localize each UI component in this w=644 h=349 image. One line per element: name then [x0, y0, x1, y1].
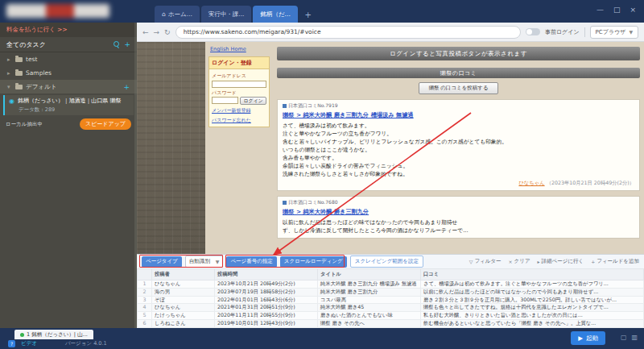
- refresh-icon[interactable]: ↻: [164, 28, 171, 36]
- review-body-line: 洗練された獺祭らしさと若々しさが印象的ですね。: [283, 170, 634, 178]
- running-indicator-icon: [20, 333, 24, 337]
- filter-button[interactable]: ▽ フィルター: [469, 258, 502, 265]
- tab-task-label: 銘柄（だ...: [260, 10, 290, 19]
- review-card-2: 日本酒口コミNo.7680 獺祭 > 純米大吟醸 磨き三割九分 以前に飲んだ品は…: [277, 196, 640, 239]
- chevron-down-icon: ▼: [629, 29, 633, 35]
- tab-home-label: ホーム...: [168, 10, 192, 19]
- tab-home[interactable]: ⌂ ホーム...: [155, 6, 200, 23]
- login-notice-banner: ログインすると写真投稿ボタンが表示されます: [277, 47, 640, 60]
- register-link[interactable]: メンバー新規登録: [212, 107, 266, 114]
- pre-login-label: 事前ログイン: [545, 28, 580, 36]
- clear-button[interactable]: × クリア: [509, 258, 530, 265]
- table-row[interactable]: 4 ひなちゃん 2021年01月31日 20時51分(9分) 純米大吟醸 磨き4…: [138, 304, 644, 312]
- clear-icon: ×: [509, 259, 513, 264]
- status-bar: 1 銘柄（だっさい）| 山... ? ビデオ バージョン 4.0.1 ▶ 起動 …: [0, 328, 644, 349]
- maximize-icon[interactable]: □: [613, 6, 621, 14]
- review-product-link[interactable]: 獺祭 > 純米大吟醸 磨き三割九分: [283, 208, 634, 216]
- table-header-row: 投稿者 投稿時間 タイトル 口コミ: [138, 269, 644, 280]
- column-author[interactable]: 投稿者: [152, 269, 215, 280]
- go-detail-page-button[interactable]: ▸ 詳細ページに行く: [538, 258, 584, 265]
- table-row[interactable]: 5 たけっちゃん 2020年11月11日 20時55分(9分) 磨きぬいた酒のと…: [138, 312, 644, 320]
- task-spider-icon: ◉: [9, 98, 14, 105]
- speed-up-button[interactable]: スピードアップ: [80, 118, 131, 130]
- row-number-header: [138, 269, 152, 280]
- column-title[interactable]: タイトル: [318, 269, 421, 280]
- review-date: （2023年10月21日 20時49分(2分)）: [547, 180, 634, 185]
- divider: [584, 27, 585, 37]
- tab-task-meigara[interactable]: 銘柄（だ...: [253, 6, 297, 23]
- login-box-title: ログイン・登録: [209, 57, 269, 69]
- search-icon[interactable]: [114, 41, 120, 48]
- launch-button[interactable]: ▶ 起動: [571, 331, 605, 345]
- tab-running[interactable]: 実行中・課...: [201, 6, 252, 23]
- review-body-line: 余韻は若々しい炭酸ドライの苦みでフィニッシュ。: [283, 162, 634, 170]
- folder-icon: [15, 71, 23, 76]
- webpage-sidebar: English Home ログイン・登録 メールアドレス パスワード ログイン …: [205, 42, 273, 254]
- chevron-down-icon: ▼: [216, 259, 220, 264]
- review-body-line: 含み香も華やかです。: [283, 154, 634, 162]
- url-input[interactable]: https://www.sakeno.com/meigara/931/#voic…: [175, 26, 521, 39]
- review-body-line: さて、槽場汲みは初めて飲みます。: [283, 122, 634, 130]
- panel-toggle-icon[interactable]: ▥: [631, 334, 638, 341]
- task-item[interactable]: ◉ 銘柄（だっさい）｜旭酒造｜山口県 獺祭 データ数：289: [3, 95, 134, 115]
- folder-icon: [15, 57, 23, 62]
- running-task-label: 1 銘柄（だっさい）| 山...: [27, 331, 88, 339]
- review-author-link[interactable]: ひなちゃん: [518, 180, 544, 185]
- all-tasks-header: 全てのタスク +: [0, 37, 137, 52]
- add-group-icon[interactable]: +: [124, 41, 130, 48]
- url-bar: ← → ↻ https://www.sakeno.com/meigara/931…: [137, 23, 644, 42]
- browser-viewport[interactable]: English Home ログイン・登録 メールアドレス パスワード ログイン …: [137, 42, 644, 254]
- page-type-value: 自動識別: [189, 258, 210, 265]
- email-input[interactable]: [212, 81, 266, 88]
- review-rank: 日本酒口コミNo.7680: [288, 199, 338, 206]
- tab-bar: ⌂ ホーム... 実行中・課... 銘柄（だ... +: [155, 6, 314, 23]
- new-tab-button[interactable]: +: [303, 9, 314, 20]
- help-icon[interactable]: ?: [8, 340, 15, 347]
- pre-login-toggle[interactable]: [526, 28, 540, 35]
- close-icon[interactable]: ×: [630, 6, 636, 14]
- table-row[interactable]: 6 しろねこさん 2019年10月01日 12時43分(9分) 獺祭 磨き その…: [138, 319, 644, 327]
- monitor-icon[interactable]: ▢: [621, 334, 627, 341]
- add-field-button[interactable]: + フィールドを追加: [591, 258, 639, 265]
- group-default-label: デフォルト: [26, 83, 56, 91]
- forward-icon[interactable]: →: [154, 28, 160, 36]
- english-home-link[interactable]: English Home: [210, 46, 270, 52]
- review-body-line: ず、しかし冷酒に反して開封したところ今回の酒はかなりフルーティーで...: [283, 226, 634, 235]
- browser-mode-label: PCブラウザ: [596, 28, 626, 36]
- page-type-dropdown[interactable]: 自動識別 ▼: [185, 256, 224, 268]
- email-label: メールアドレス: [212, 73, 266, 80]
- group-default[interactable]: ▾ デフォルト +: [0, 80, 137, 93]
- task-data-count: データ数：289: [19, 106, 130, 114]
- video-tutorial-link[interactable]: ビデオ: [21, 340, 37, 347]
- version-label: バージョン 4.0.1: [65, 340, 107, 347]
- forgot-password-link[interactable]: パスワード忘れた: [212, 117, 266, 124]
- data-preview-panel: ページタイプ 自動識別 ▼ ページ番号の指定 スクロールローディング スクレイピ…: [137, 254, 644, 328]
- scroll-loading-button[interactable]: スクロールローディング: [280, 256, 347, 268]
- minimize-icon[interactable]: —: [597, 6, 604, 14]
- group-samples[interactable]: ▸ Samples: [0, 66, 137, 80]
- webpage-main: ログインすると写真投稿ボタンが表示されます 獺祭の口コミ 獺祭 の口コミを投稿す…: [273, 42, 644, 254]
- browser-mode-dropdown[interactable]: PCブラウザ ▼: [590, 26, 638, 39]
- column-comment[interactable]: 口コミ: [421, 269, 644, 280]
- page-number-button[interactable]: ページ番号の指定: [226, 256, 276, 268]
- home-icon: ⌂: [162, 10, 166, 18]
- all-tasks-label: 全てのタスク: [6, 40, 46, 49]
- post-review-button[interactable]: 獺祭 の口コミを投稿する: [419, 82, 497, 94]
- table-row[interactable]: 2 海の男 2023年07月19日 18時58分(2分) 純米大吟醸 磨き三割九…: [138, 288, 644, 296]
- scraping-range-button[interactable]: スクレイピング範囲を設定: [350, 256, 423, 268]
- folder-open-icon: [15, 85, 23, 89]
- running-task-tab[interactable]: 1 銘柄（だっさい）| 山...: [14, 330, 93, 339]
- column-time[interactable]: 投稿時間: [215, 269, 318, 280]
- login-button[interactable]: ログイン: [240, 97, 266, 105]
- table-row[interactable]: 3 ぞぼ 2022年01月01日 16時43分(6分) コスパ最高 磨き２割３分…: [138, 296, 644, 304]
- password-input[interactable]: [212, 97, 238, 104]
- back-icon[interactable]: ←: [142, 28, 149, 36]
- add-task-icon[interactable]: +: [123, 84, 130, 90]
- group-test[interactable]: ▸ test: [0, 52, 137, 66]
- review-product-link[interactable]: 獺祭 > 純米大吟醸 磨き三割九分 槽場汲み 無濾過: [283, 111, 634, 119]
- login-box: ログイン・登録 メールアドレス パスワード ログイン メンバー新規登録 パスワー…: [208, 56, 270, 127]
- octoparse-window: ⌂ ホーム... 実行中・課... 銘柄（だ... + — □ × 料金を払うに…: [0, 0, 644, 349]
- table-row[interactable]: 1 ひなちゃん 2023年10月21日 20時49分(2分) 純米大吟醸 磨き三…: [138, 280, 644, 289]
- upgrade-link[interactable]: 料金を払うに行く >>: [0, 23, 137, 37]
- boost-row: ローカル抽出中 スピードアップ: [0, 115, 137, 130]
